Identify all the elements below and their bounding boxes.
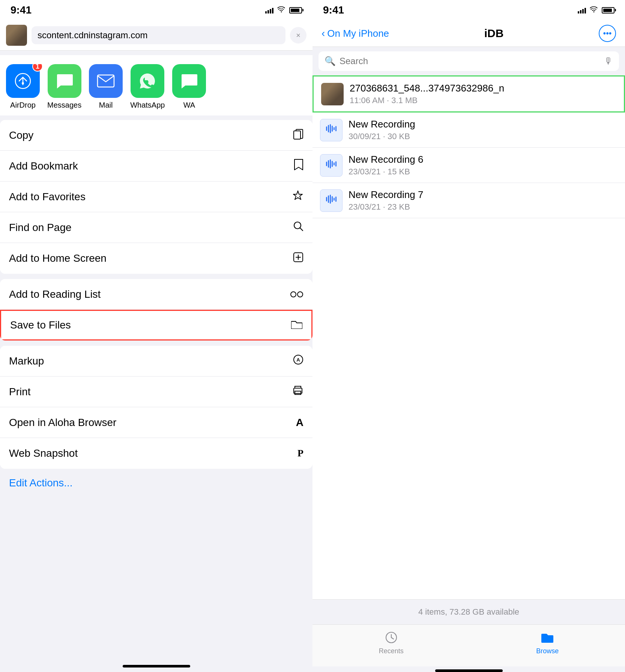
svg-rect-27 bbox=[335, 161, 337, 166]
action-group-1: Copy Add Bookmark Add to Favorites F bbox=[0, 120, 312, 274]
svg-rect-29 bbox=[328, 195, 329, 203]
add-home-icon bbox=[293, 252, 303, 265]
audio-thumbnail-3 bbox=[320, 154, 343, 177]
share-app-messages[interactable]: Messages bbox=[47, 64, 81, 110]
time-right: 9:41 bbox=[323, 4, 344, 16]
file-meta-2: 30/09/21 · 30 KB bbox=[349, 132, 617, 141]
home-indicator-left bbox=[123, 665, 190, 668]
file-thumbnail-1 bbox=[321, 83, 344, 105]
file-name-4: New Recording 7 bbox=[349, 189, 617, 201]
file-meta-3: 23/03/21 · 15 KB bbox=[349, 167, 617, 177]
bottom-status-text: 4 items, 73.28 GB available bbox=[418, 607, 519, 616]
airdrop-icon: 1 bbox=[6, 64, 40, 98]
save-to-files-label: Save to Files bbox=[10, 319, 71, 331]
file-item-1[interactable]: 270368631_548...374973632986_n 11:06 AM … bbox=[312, 75, 625, 112]
audio-wave-icon-3 bbox=[325, 159, 337, 172]
site-avatar bbox=[6, 25, 27, 46]
action-copy[interactable]: Copy bbox=[0, 120, 312, 151]
status-icons-left bbox=[265, 6, 302, 14]
share-app-mail[interactable]: Mail bbox=[89, 64, 123, 110]
action-add-bookmark[interactable]: Add Bookmark bbox=[0, 151, 312, 182]
add-favorites-label: Add to Favorites bbox=[9, 191, 86, 203]
svg-rect-33 bbox=[335, 196, 337, 202]
copy-label: Copy bbox=[9, 129, 33, 141]
share-app-airdrop[interactable]: 1 AirDrop bbox=[6, 64, 40, 110]
svg-rect-28 bbox=[326, 197, 327, 201]
messages-label: Messages bbox=[47, 101, 81, 110]
nav-bar: ‹ On My iPhone iDB ••• bbox=[312, 20, 625, 47]
print-icon bbox=[292, 385, 303, 398]
star-icon bbox=[292, 190, 303, 204]
add-home-screen-label: Add to Home Screen bbox=[9, 252, 107, 264]
status-bar-left: 9:41 bbox=[0, 0, 312, 20]
more-dots-icon: ••• bbox=[603, 28, 611, 38]
edit-actions-area[interactable]: Edit Actions... bbox=[0, 470, 312, 496]
share-app-wa-partial[interactable]: WA bbox=[172, 64, 206, 110]
file-item-4[interactable]: New Recording 7 23/03/21 · 23 KB bbox=[312, 183, 625, 218]
action-print[interactable]: Print bbox=[0, 376, 312, 407]
action-save-to-files[interactable]: Save to Files bbox=[0, 310, 312, 340]
address-bar-area: × bbox=[0, 20, 312, 51]
close-button[interactable]: × bbox=[290, 27, 306, 44]
action-add-favorites[interactable]: Add to Favorites bbox=[0, 182, 312, 212]
svg-point-1 bbox=[22, 82, 24, 84]
signal-icon-left bbox=[265, 7, 273, 14]
svg-point-11 bbox=[297, 292, 303, 297]
search-bar: 🔍 🎙 bbox=[319, 51, 619, 71]
svg-rect-19 bbox=[332, 126, 333, 132]
svg-rect-30 bbox=[330, 195, 331, 204]
file-meta-1: 11:06 AM · 3.1 MB bbox=[350, 96, 616, 105]
file-item-3[interactable]: New Recording 6 23/03/21 · 15 KB bbox=[312, 148, 625, 183]
action-add-home-screen[interactable]: Add to Home Screen bbox=[0, 243, 312, 274]
status-icons-right bbox=[578, 6, 614, 14]
battery-icon-left bbox=[289, 7, 302, 14]
reading-list-icon bbox=[290, 288, 303, 300]
file-image-1 bbox=[321, 83, 344, 105]
action-open-aloha[interactable]: Open in Aloha Browser A bbox=[0, 407, 312, 438]
site-avatar-image bbox=[6, 25, 27, 46]
nav-more-button[interactable]: ••• bbox=[599, 25, 616, 42]
badge: 1 bbox=[32, 64, 43, 72]
action-web-snapshot[interactable]: Web Snapshot P bbox=[0, 438, 312, 469]
file-info-2: New Recording 30/09/21 · 30 KB bbox=[349, 118, 617, 141]
action-add-reading-list[interactable]: Add to Reading List bbox=[0, 279, 312, 310]
copy-icon bbox=[293, 128, 303, 142]
file-name-3: New Recording 6 bbox=[349, 154, 617, 165]
whatsapp-icon bbox=[131, 64, 164, 98]
file-item-2[interactable]: New Recording 30/09/21 · 30 KB bbox=[312, 112, 625, 148]
svg-rect-24 bbox=[330, 159, 331, 168]
file-info-4: New Recording 7 23/03/21 · 23 KB bbox=[349, 189, 617, 212]
nav-back-label: On My iPhone bbox=[327, 28, 389, 39]
svg-rect-25 bbox=[332, 161, 333, 167]
action-markup[interactable]: Markup A bbox=[0, 346, 312, 376]
wa-label: WA bbox=[183, 101, 195, 110]
web-snapshot-icon: P bbox=[297, 448, 303, 459]
file-info-3: New Recording 6 23/03/21 · 15 KB bbox=[349, 154, 617, 177]
nav-back-button[interactable]: ‹ On My iPhone bbox=[322, 27, 389, 39]
share-app-whatsapp[interactable]: WhatsApp bbox=[130, 64, 165, 110]
address-bar-input[interactable] bbox=[32, 26, 285, 44]
tab-bar: Recents Browse bbox=[312, 624, 625, 666]
aloha-icon: A bbox=[296, 417, 303, 429]
svg-rect-26 bbox=[334, 162, 335, 165]
mail-label: Mail bbox=[99, 101, 113, 110]
tab-recents[interactable]: Recents bbox=[379, 629, 404, 655]
status-bar-right: 9:41 bbox=[312, 0, 625, 20]
bookmark-icon bbox=[294, 159, 303, 173]
svg-rect-21 bbox=[335, 126, 337, 131]
action-group-2: Add to Reading List Save to Files bbox=[0, 279, 312, 340]
svg-rect-4 bbox=[294, 131, 300, 139]
action-find-on-page[interactable]: Find on Page bbox=[0, 212, 312, 243]
browse-label: Browse bbox=[536, 647, 559, 655]
action-group-3: Markup A Print Open in Aloha Browser A bbox=[0, 346, 312, 469]
signal-icon-right bbox=[578, 7, 586, 14]
search-page-icon bbox=[293, 221, 303, 234]
svg-rect-18 bbox=[330, 124, 331, 133]
wifi-icon-right bbox=[590, 6, 598, 14]
share-apps-row: 1 AirDrop Messages Mail bbox=[6, 64, 306, 110]
file-name-1: 270368631_548...374973632986_n bbox=[350, 82, 616, 94]
edit-actions-label: Edit Actions... bbox=[9, 477, 73, 489]
tab-browse[interactable]: Browse bbox=[536, 629, 559, 655]
search-input[interactable] bbox=[340, 56, 600, 66]
audio-wave-icon-4 bbox=[325, 194, 337, 207]
